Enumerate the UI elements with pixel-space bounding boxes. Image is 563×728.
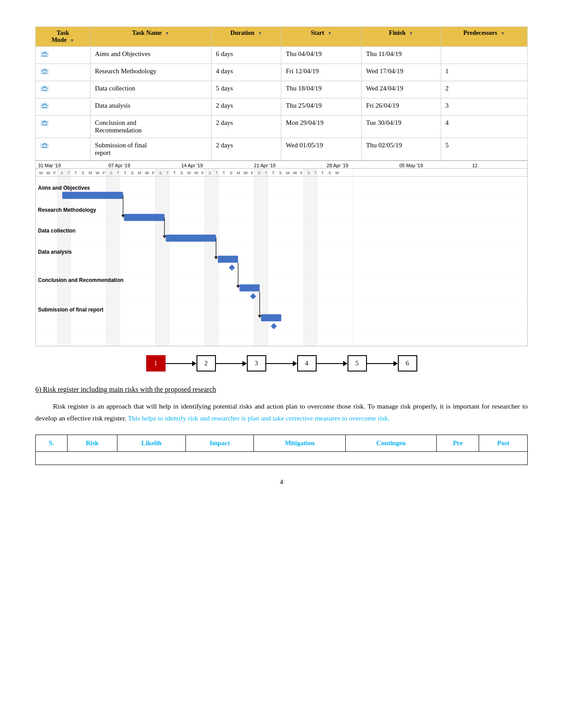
task-icon [40,86,49,94]
workflow-step-5: 5 [348,355,367,372]
risk-col-likelih: Likelih [117,435,186,451]
col-duration[interactable]: Duration ▼ [211,27,281,47]
svg-text:F: F [251,171,253,175]
svg-text:12: 12 [472,163,477,168]
table-row: Data analysis2 daysThu 25/04/19Fri 26/04… [36,98,528,116]
task-icon [40,52,49,60]
task-finish-cell: Wed 24/04/19 [361,81,441,98]
svg-text:F: F [152,171,155,175]
svg-text:M: M [187,171,190,175]
svg-text:M: M [138,171,141,175]
task-start-cell: Thu 04/04/19 [281,47,362,64]
page: TaskMode ▼ Task Name ▼ Duration ▼ Start … [0,0,563,728]
task-name-cell: Data analysis [90,98,211,116]
task-start-cell: Thu 25/04/19 [281,98,362,116]
svg-text:M: M [336,171,339,175]
workflow-step-3: 3 [247,355,266,372]
svg-text:W: W [46,171,50,175]
task-pred-cell: 1 [441,64,528,81]
svg-text:07 Apr '19: 07 Apr '19 [109,163,130,168]
risk-col-impact: Impact [185,435,254,451]
svg-text:T: T [272,171,275,175]
task-pred-cell: 2 [441,81,528,98]
svg-text:T: T [223,171,225,175]
svg-text:F: F [300,171,303,175]
task-finish-cell: Thu 02/05/19 [361,138,441,161]
workflow-step-2: 2 [196,355,216,372]
svg-text:Data analysis: Data analysis [38,249,72,255]
svg-text:Data collection: Data collection [38,228,76,234]
risk-row-empty [36,451,528,465]
task-name-cell: Data collection [90,81,211,98]
task-mode-cell [36,98,91,116]
task-duration-cell: 4 days [211,64,281,81]
task-duration-cell: 6 days [211,47,281,64]
risk-col-pre: Pre [437,435,479,451]
task-mode-cell [36,81,91,98]
risk-col-post: Post [479,435,528,451]
table-row: Conclusion and Recommendation2 daysMon 2… [36,116,528,138]
svg-rect-95 [261,314,281,321]
task-name-cell: Aims and Objectives [90,47,211,64]
task-finish-cell: Tue 30/04/19 [361,116,441,138]
task-duration-cell: 5 days [211,81,281,98]
workflow-step-4: 4 [297,355,317,372]
col-finish[interactable]: Finish ▼ [361,27,441,47]
task-mode-cell [36,116,91,138]
svg-text:Submission of final report: Submission of final report [38,307,103,313]
task-finish-cell: Wed 17/04/19 [361,64,441,81]
svg-text:W: W [244,171,248,175]
risk-col-mitigation: Mitigation [254,435,346,451]
risk-col-risk: Risk [67,435,117,451]
task-icon [40,143,49,151]
svg-text:W: W [96,171,100,175]
task-duration-cell: 2 days [211,138,281,161]
table-row: Submission of final report2 daysWed 01/0… [36,138,528,161]
col-predecessors[interactable]: Predecessors ▼ [441,27,528,47]
svg-text:F: F [201,171,204,175]
task-mode-cell [36,64,91,81]
svg-text:M: M [286,171,289,175]
svg-text:F: F [103,171,106,175]
svg-rect-87 [218,256,238,263]
workflow-step-1: 1 [146,355,166,372]
svg-text:21 Apr '19: 21 Apr '19 [254,163,276,168]
svg-rect-72 [156,169,170,346]
svg-text:W: W [293,171,297,175]
task-pred-cell: 5 [441,138,528,161]
svg-text:S: S [82,171,84,175]
svg-text:T: T [75,171,77,175]
svg-text:W: W [145,171,149,175]
svg-marker-105 [236,285,240,288]
svg-text:S: S [131,171,134,175]
svg-text:28 Apr '19: 28 Apr '19 [327,163,348,168]
task-pred-cell: 3 [441,98,528,116]
task-finish-cell: Thu 11/04/19 [361,47,441,64]
workflow-arrow-5 [367,361,398,366]
col-start[interactable]: Start ▼ [281,27,362,47]
highlight-text: This helps to identify risk and research… [128,414,389,422]
svg-text:S: S [180,171,183,175]
task-mode-cell [36,47,91,64]
svg-rect-81 [124,214,165,221]
col-task-mode[interactable]: TaskMode ▼ [36,27,91,47]
task-icon [40,104,49,111]
svg-text:S: S [279,171,282,175]
svg-text:T: T [124,171,127,175]
risk-col-s: S. [36,435,68,451]
svg-text:T: T [321,171,324,175]
workflow-section: 1 2 3 4 5 [35,355,528,372]
task-start-cell: Wed 01/05/19 [281,138,362,161]
svg-text:Aims and Objectives: Aims and Objectives [38,185,90,191]
task-pred-cell: 4 [441,116,528,138]
svg-rect-91 [239,284,260,291]
table-row: Data collection5 daysThu 18/04/19Wed 24/… [36,81,528,98]
task-start-cell: Fri 12/04/19 [281,64,362,81]
task-start-cell: Thu 18/04/19 [281,81,362,98]
task-icon [40,69,49,77]
task-duration-cell: 2 days [211,116,281,138]
task-pred-cell [441,47,528,64]
col-task-name[interactable]: Task Name ▼ [90,27,211,47]
task-name-cell: Research Methodology [90,64,211,81]
task-icon [40,121,49,128]
